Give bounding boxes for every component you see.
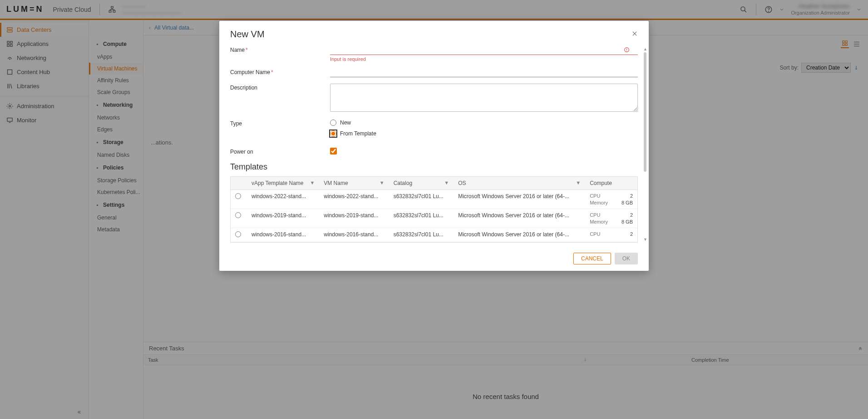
filter-icon[interactable]: ▼ [380, 180, 385, 185]
computer-name-label: Computer Name [230, 69, 270, 75]
template-select-radio[interactable] [235, 231, 241, 237]
type-new-radio[interactable]: New [330, 120, 638, 126]
power-on-checkbox[interactable] [330, 148, 337, 155]
col-vm[interactable]: VM Name▼ [319, 177, 389, 190]
col-catalog[interactable]: Catalog▼ [389, 177, 454, 190]
name-label: Name [230, 47, 245, 53]
modal-overlay: New VM ▲▼ Name* Input is required [0, 0, 868, 419]
filter-icon[interactable]: ▼ [576, 180, 581, 185]
type-template-radio[interactable]: From Template [330, 130, 638, 137]
ok-button[interactable]: OK [615, 253, 638, 264]
cancel-button[interactable]: CANCEL [573, 253, 611, 264]
template-select-radio[interactable] [235, 212, 241, 218]
name-error: Input is required [330, 56, 638, 62]
col-compute[interactable]: Compute [585, 177, 637, 190]
template-row[interactable]: windows-2022-stand...windows-2022-stand.… [231, 190, 637, 209]
filter-icon[interactable]: ▼ [444, 180, 449, 185]
svg-point-26 [626, 51, 627, 51]
template-select-radio[interactable] [235, 193, 241, 199]
template-row[interactable]: windows-2016-stand...windows-2016-stand.… [231, 228, 637, 242]
error-icon [624, 47, 630, 54]
col-os[interactable]: OS▼ [454, 177, 585, 190]
modal-title: New VM [230, 29, 631, 40]
col-vapp[interactable]: vApp Template Name▼ [247, 177, 319, 190]
new-vm-modal: New VM ▲▼ Name* Input is required [219, 21, 649, 271]
description-label: Description [230, 85, 257, 91]
power-on-label: Power on [230, 149, 253, 155]
templates-heading: Templates [230, 162, 638, 172]
close-icon[interactable] [631, 30, 638, 39]
template-row[interactable]: windows-2019-stand...windows-2019-stand.… [231, 209, 637, 228]
name-input[interactable] [330, 46, 638, 55]
modal-scrollbar[interactable]: ▲▼ [643, 47, 647, 242]
type-label: Type [230, 120, 242, 127]
computer-name-input[interactable] [330, 68, 638, 77]
description-input[interactable] [330, 84, 638, 112]
templates-table: vApp Template Name▼ VM Name▼ Catalog▼ OS… [230, 176, 638, 243]
filter-icon[interactable]: ▼ [310, 180, 315, 185]
